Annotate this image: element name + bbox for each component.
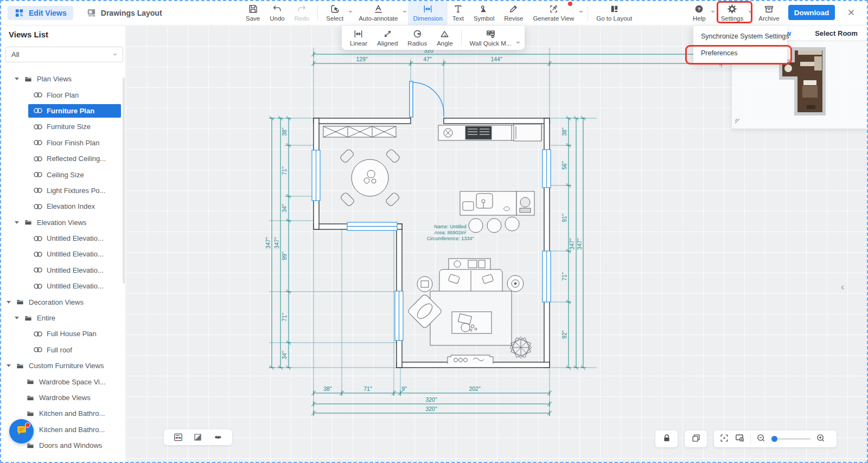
undo-tool[interactable]: Undo xyxy=(265,1,290,25)
svg-text:9": 9" xyxy=(401,385,407,392)
view-item-floor-finish-plan[interactable]: Floor Finish Plan xyxy=(0,135,126,151)
dimension-aligned-tool[interactable]: Aligned xyxy=(372,26,403,50)
furniture-toggle-icon[interactable] xyxy=(213,433,223,441)
view-item-light-fixtures-po[interactable]: Light Fixtures Po... xyxy=(0,183,126,198)
chat-support-button[interactable] xyxy=(9,419,34,443)
chevron-down-icon[interactable] xyxy=(403,11,407,13)
download-button[interactable]: Download xyxy=(788,5,835,20)
view-item-untitled-elevatio[interactable]: Untitled Elevatio... xyxy=(0,246,126,262)
tree-expand-caret[interactable] xyxy=(15,317,19,319)
svg-text:99": 99" xyxy=(281,252,288,260)
close-icon[interactable] xyxy=(845,7,857,18)
tree-group-plan-views[interactable]: Plan Views xyxy=(0,71,126,87)
auto-annotate-icon xyxy=(373,4,384,14)
tree-expand-caret[interactable] xyxy=(7,364,11,367)
svg-text:34": 34" xyxy=(281,204,288,213)
tree-group-decoration-views[interactable]: Decoration Views xyxy=(0,294,126,310)
zoom-in-icon[interactable] xyxy=(816,433,826,445)
symbol-tool[interactable]: Symbol xyxy=(469,1,499,25)
zoom-window-icon[interactable] xyxy=(735,433,745,445)
archive-tool[interactable]: Archive xyxy=(754,1,784,25)
chevron-down-icon[interactable] xyxy=(579,11,583,13)
menu-item-synchronize-system-settings[interactable]: Synchronize System Settings xyxy=(693,28,787,44)
go-to-layout-icon xyxy=(609,4,620,14)
generate-view-tool[interactable]: Generate View xyxy=(528,1,579,25)
save-tool[interactable]: Save xyxy=(241,1,265,25)
redo-tool[interactable]: Redo xyxy=(290,1,315,25)
duplicate-view-button[interactable] xyxy=(685,430,707,447)
right-tools: ?HelpSettingsArchive xyxy=(688,1,784,25)
help-icon: ? xyxy=(694,4,704,14)
folder-icon xyxy=(16,298,24,306)
view-item-furniture-plan[interactable]: Furniture Plan xyxy=(0,103,126,119)
tree-expand-caret[interactable] xyxy=(15,221,19,224)
dimension-linear-tool[interactable]: Linear xyxy=(345,26,372,50)
view-item-elevation-index[interactable]: Elevation Index xyxy=(0,198,126,214)
tree-group-custom-furniture-views[interactable]: Custom Furniture Views xyxy=(0,358,126,374)
tree-group-elevation-views[interactable]: Elevation Views xyxy=(0,215,126,230)
door xyxy=(410,81,444,117)
text-tool[interactable]: Text xyxy=(448,1,469,25)
svg-text:129": 129" xyxy=(356,56,368,62)
help-tool[interactable]: ?Help xyxy=(688,1,711,25)
tree-group-wardrobe-space-vi[interactable]: Wardrobe Space Vi... xyxy=(0,374,126,389)
auto-annotate-tool[interactable]: Auto-annotate xyxy=(354,1,403,25)
tab-drawings-layout[interactable]: Drawings Layout xyxy=(80,6,169,20)
svg-text:47": 47" xyxy=(423,56,432,62)
svg-text:34": 34" xyxy=(281,351,288,359)
drawings-layout-icon xyxy=(86,8,97,18)
view-item-floor-plan[interactable]: Floor Plan xyxy=(0,87,126,102)
dimension-angle-tool[interactable]: Angle xyxy=(432,26,457,50)
chevron-down-icon[interactable] xyxy=(516,42,520,44)
fill-toggle-icon[interactable] xyxy=(193,433,202,442)
zoom-out-icon[interactable] xyxy=(756,433,766,445)
view-item-ceiling-size[interactable]: Ceiling Size xyxy=(0,166,126,182)
tree-expand-caret[interactable] xyxy=(15,78,19,80)
dimension-radius-tool[interactable]: Radius xyxy=(403,26,432,50)
select-tool[interactable]: Select xyxy=(321,1,348,25)
select-room-label[interactable]: Select Room xyxy=(815,29,858,37)
zoom-slider[interactable] xyxy=(771,438,810,440)
views-filter-select[interactable]: All xyxy=(5,47,123,62)
tree-item-label: Floor Plan xyxy=(47,91,79,99)
view-item-untitled-elevatio[interactable]: Untitled Elevatio... xyxy=(0,278,126,294)
revise-tool[interactable]: Revise xyxy=(499,1,528,25)
zoom-slider-knob[interactable] xyxy=(771,436,777,442)
tab-edit-views[interactable]: Edit Views xyxy=(8,6,73,20)
chevron-down-icon[interactable] xyxy=(748,11,752,13)
fit-view-icon[interactable] xyxy=(719,433,729,445)
tree-group-entire[interactable]: Entire xyxy=(0,310,126,326)
app-window: 320" 129" 47" 144" 38" 71" 9" 202" 320" … xyxy=(0,0,868,463)
chevron-down-icon[interactable] xyxy=(711,11,715,13)
image-base-icon[interactable] xyxy=(173,432,183,442)
svg-text:92": 92" xyxy=(561,330,567,339)
panel-resize-handle[interactable] xyxy=(734,117,741,126)
sidebar-scrollbar[interactable] xyxy=(123,78,125,284)
view-item-untitled-elevatio[interactable]: Untitled Elevatio... xyxy=(0,230,126,246)
lock-button[interactable] xyxy=(655,430,678,447)
radius-icon xyxy=(412,29,423,39)
view-item-untitled-elevatio[interactable]: Untitled Elevatio... xyxy=(0,262,126,278)
dimension-wall-quick-m-tool[interactable]: Wall Quick M... xyxy=(465,26,516,50)
view-item-furniture-size[interactable]: Furniture Size xyxy=(0,119,126,134)
view-item-full-house-plan[interactable]: Full House Plan xyxy=(0,326,126,342)
svg-text:71": 71" xyxy=(281,313,288,321)
chevron-down-icon[interactable] xyxy=(348,11,353,13)
dimension-tool[interactable]: Dimension xyxy=(408,1,447,25)
undo-icon xyxy=(272,4,282,14)
view-item-full-roof[interactable]: Full roof xyxy=(0,342,126,358)
settings-tool[interactable]: Settings xyxy=(716,1,749,25)
tree-item-label: Light Fixtures Po... xyxy=(47,187,105,195)
tool-label: Auto-annotate xyxy=(359,16,398,22)
dimension-icon xyxy=(423,4,433,14)
tool-label: Symbol xyxy=(474,16,494,22)
top-toolbar: Edit Views Drawings Layout SaveUndoRedoS… xyxy=(0,0,868,25)
tree-item-label: Ceiling Size xyxy=(47,171,84,179)
panel-collapse-chevron[interactable]: ‹ xyxy=(841,281,844,293)
view-item-reflected-ceiling[interactable]: Reflected Ceiling... xyxy=(0,151,126,166)
go-to-layout-tool[interactable]: Go to Layout xyxy=(591,1,637,25)
tree-expand-caret[interactable] xyxy=(7,301,11,304)
tree-group-wardrobe-views[interactable]: Wardrobe Views xyxy=(0,390,126,406)
menu-item-preferences[interactable]: Preferences xyxy=(693,44,787,61)
zoom-toolbar xyxy=(714,430,837,447)
